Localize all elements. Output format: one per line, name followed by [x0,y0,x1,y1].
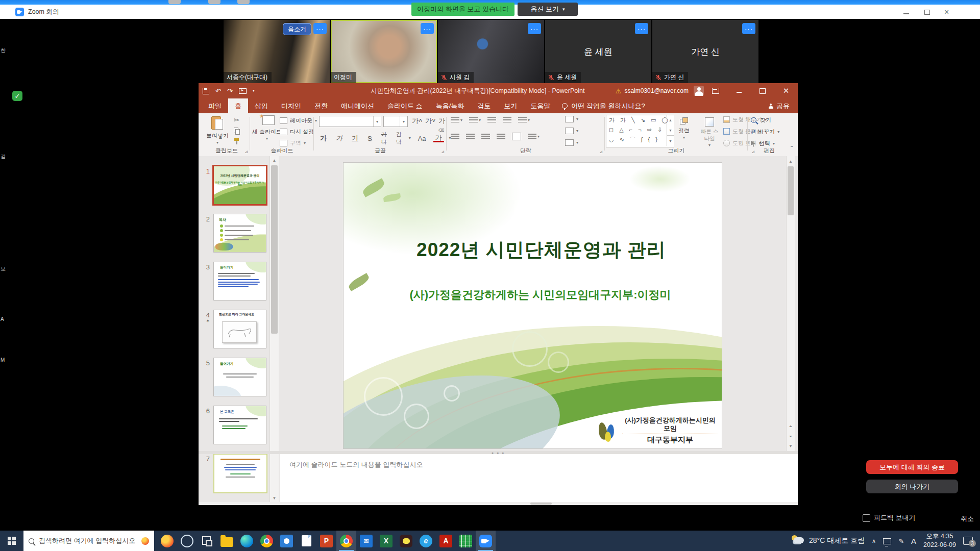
slide-thumbnail-selected[interactable]: 2022년 시민단체운영과 관리 (사)가정을건강하게하는 시민의모임대구지부:… [212,165,267,206]
decrease-indent-button[interactable] [487,117,496,123]
tell-me-box[interactable]: 어떤 작업을 원하시나요? [562,98,645,113]
next-slide-button[interactable]: ⏷ [787,433,795,441]
qat-customize-icon[interactable]: ▾ [253,89,255,92]
align-right-button[interactable] [481,134,490,139]
slide-title[interactable]: 2022년 시민단체운영과 관리 [344,237,722,263]
weather-widget[interactable]: 28°C 대체로 흐림 [789,531,868,551]
search-highlights-icon[interactable] [141,537,149,545]
font-size-input[interactable]: ▾ [383,116,408,127]
slide-thumbnail[interactable] [213,454,267,493]
more-options-button[interactable]: ··· [313,23,327,34]
end-meeting-for-all-button[interactable]: 모두에 대해 회의 종료 [866,460,958,474]
previous-slide-button[interactable]: ⏶ [787,422,795,431]
participant-video-tile-active-speaker[interactable]: ··· 이정미 [331,20,437,83]
align-center-button[interactable] [466,134,475,139]
save-icon[interactable] [203,88,209,94]
scroll-down-icon[interactable]: ▼ [787,442,795,450]
scroll-up-icon[interactable]: ▲ [787,157,795,165]
more-options-button[interactable]: ··· [742,23,755,34]
mute-button[interactable]: 음소거 [283,23,311,35]
taskbar-app-photos[interactable] [277,531,297,551]
ppt-minimize-button[interactable] [727,83,751,98]
taskbar-app-acrobat[interactable]: A [436,531,456,551]
more-options-button[interactable]: ··· [635,23,648,34]
tab-record[interactable]: 녹음/녹화 [429,98,471,113]
slide-thumbnail[interactable]: 본 교육은 [213,406,266,444]
taskbar-app-edge[interactable] [237,531,257,551]
thumbnail-scrollbar[interactable]: ▲ ▼ [270,156,279,502]
text-shadow-button[interactable]: S [365,135,374,142]
participant-video-tile[interactable]: ··· 시원 김 [438,20,544,83]
change-case-button[interactable]: Aa [416,135,428,142]
account-avatar[interactable] [694,86,704,96]
taskbar-search[interactable]: 검색하려면 여기에 입력하십시오 [23,531,154,551]
horizontal-scrollbar[interactable] [199,502,798,505]
tab-transitions[interactable]: 전환 [308,98,334,113]
share-button[interactable]: 공유 [768,98,790,113]
pen-icon[interactable]: ✎ [895,531,908,551]
grow-font-button[interactable]: 가˄ [410,116,425,126]
leave-meeting-button[interactable]: 회의 나가기 [866,480,958,493]
shapes-row[interactable]: 가 가 ╲ ↘ ▭ ◯ [606,115,674,125]
ppt-restore-button[interactable] [751,83,774,98]
start-slideshow-icon[interactable] [239,88,247,94]
new-slide-button[interactable]: 새 슬라이드 ▾ [252,115,282,140]
taskbar-app-internet-explorer[interactable]: e [416,531,436,551]
font-name-input[interactable]: ▾ [319,116,381,127]
font-color-button[interactable]: 가 [433,134,444,142]
taskbar-app-powerpoint[interactable]: P [316,531,336,551]
dialog-launcher-icon[interactable]: ⊿ [599,149,603,154]
participant-video-tile-camera-off[interactable]: 가연 신 ··· 가연 신 [652,20,758,83]
scroll-down-icon[interactable]: ▼ [270,494,279,502]
close-icon[interactable]: × [944,9,950,15]
slide-subtitle[interactable]: (사)가정을건강하게하는 시민의모임대구지부:이정미 [344,287,722,303]
start-button[interactable] [0,531,23,551]
scrollbar-thumb[interactable] [530,503,552,505]
slide-thumbnail[interactable]: 들어가기 [213,262,266,300]
slide-thumbnail[interactable]: 들어가기 [213,358,266,396]
bullets-button[interactable]: ▾ [451,117,462,123]
taskbar-app-task-view[interactable] [197,531,217,551]
tab-animations[interactable]: 애니메이션 [334,98,381,113]
shrink-font-button[interactable]: 가˅ [423,116,438,126]
text-direction-button[interactable]: ▾ [565,116,578,122]
taskbar-app-browser[interactable] [257,531,277,551]
collapse-ribbon-icon[interactable]: ⌃ [790,145,794,151]
tab-home[interactable]: 홈 [228,98,248,113]
redo-icon[interactable]: ↷ [227,87,233,95]
taskbar-app-kakaotalk[interactable] [396,531,416,551]
ribbon-display-options-icon[interactable] [704,83,727,98]
tab-help[interactable]: 도움말 [524,98,557,113]
undo-icon[interactable]: ↶ [215,87,221,95]
paste-button[interactable]: 붙여넣기 ▾ [206,115,229,144]
cut-icon[interactable]: ✂ [234,116,239,124]
underline-button[interactable]: 가 [350,134,360,143]
find-button[interactable]: 찾기 [751,116,771,124]
italic-button[interactable]: 가 [334,134,345,143]
account-email[interactable]: ssaim0301@naver.com [624,87,689,94]
shapes-row[interactable]: ◡ ∿ ⌒ ʃ { } [606,135,674,144]
view-options-button[interactable]: 옵션 보기 ▾ [518,3,578,16]
shapes-gallery[interactable]: 가 가 ╲ ↘ ▭ ◯ ◻ △ ⌐ ¬ ⇨ ⇩ ◡ ∿ ⌒ ʃ { } ▲▼▼ [606,115,674,147]
taskbar-app-paint[interactable] [157,531,177,551]
columns-button[interactable] [512,133,521,140]
slide-thumbnail[interactable]: 한선으로 따라 그려보세요 [213,310,266,348]
line-spacing-button[interactable]: ▾ [518,117,530,123]
tab-file[interactable]: 파일 [202,98,228,113]
cancel-button[interactable]: 취소 [961,514,974,523]
maximize-button[interactable] [924,9,930,15]
tab-design[interactable]: 디자인 [275,98,308,113]
increase-indent-button[interactable] [503,117,511,123]
taskbar-app-zoom[interactable] [476,531,496,551]
taskbar-app-spreadsheet[interactable] [456,531,476,551]
tab-review[interactable]: 검토 [471,98,497,113]
align-left-button[interactable] [451,134,459,139]
more-options-button[interactable]: ··· [528,23,541,34]
convert-to-smartart-button[interactable]: ▾ [565,139,578,146]
strikethrough-button[interactable]: 가나 [379,131,389,146]
align-text-button[interactable]: ▾ [565,128,578,134]
taskbar-app-chrome-active[interactable] [336,531,356,551]
ppt-close-button[interactable]: ✕ [774,83,798,98]
notes-pane[interactable]: 여기에 슬라이드 노트의 내용을 입력하십시오 [280,454,798,502]
distribute-button[interactable]: ▾ [528,134,540,139]
